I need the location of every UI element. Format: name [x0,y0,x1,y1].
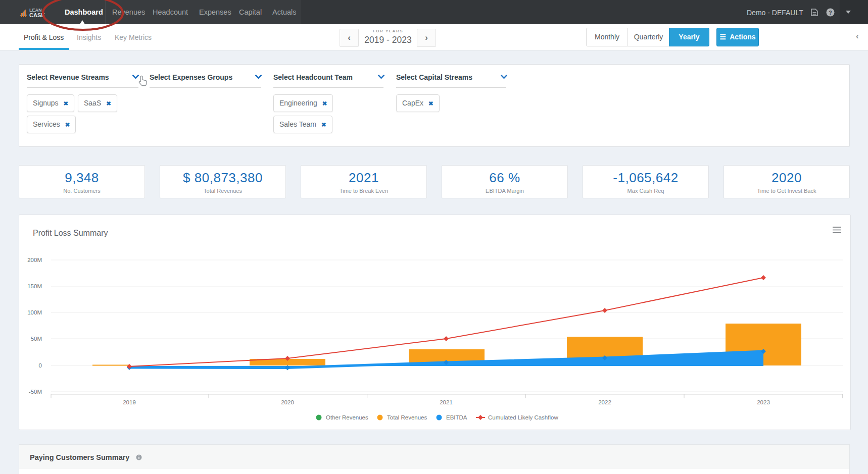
svg-text:?: ? [829,10,832,16]
svg-text:2022: 2022 [598,399,611,405]
svg-text:2019: 2019 [123,399,136,405]
svg-text:200M: 200M [27,257,42,263]
svg-text:0: 0 [39,362,42,368]
svg-text:Total Revenues: Total Revenues [387,414,427,420]
svg-text:EBITDA: EBITDA [446,414,467,420]
svg-text:150M: 150M [27,283,42,289]
svg-text:100M: 100M [27,309,42,315]
svg-text:2020: 2020 [281,399,294,405]
svg-text:50M: 50M [31,336,42,342]
svg-text:2021: 2021 [440,399,453,405]
svg-text:Other Revenues: Other Revenues [326,414,368,420]
svg-text:2023: 2023 [757,399,770,405]
svg-text:-50M: -50M [29,389,42,395]
svg-text:Cumulated Likely Cashflow: Cumulated Likely Cashflow [488,414,558,420]
